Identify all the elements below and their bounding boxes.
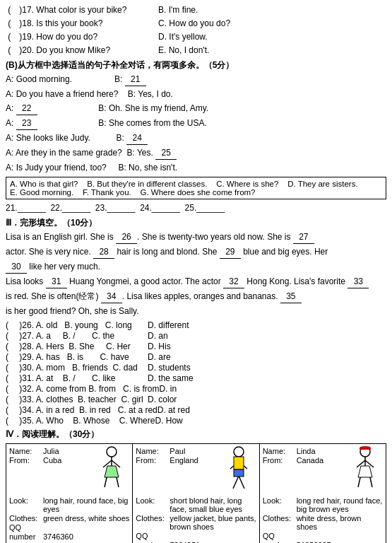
mc-27: ( )27. A. a B. / C. the D. an <box>6 331 386 341</box>
passage-line-3: 30 like her very much. <box>6 260 386 274</box>
julia-qq-label: QQ <box>9 523 43 532</box>
paul-clothes-val: yellow jacket, blue pants, brown shoes <box>170 514 256 531</box>
paul-from-val: England <box>170 456 198 465</box>
linda-qq-row: QQ <box>263 532 383 540</box>
paul-look-row: Look: short blond hair, long face, small… <box>136 496 256 513</box>
linda-image <box>348 446 383 496</box>
blank-32: 32 <box>223 275 244 288</box>
mc-18-question: )18. Is this your book? <box>17 17 158 30</box>
julia-image <box>94 446 129 496</box>
svg-line-13 <box>233 476 239 489</box>
mc-17-answer: B. I'm fine. <box>158 4 386 16</box>
linda-name-val: Linda <box>297 447 324 455</box>
mc-32-opts: )32. A. come from B. from C. is from <box>17 384 159 394</box>
linda-from-val: Canada <box>297 456 324 465</box>
dialogue-6: A: Are they in the same grade? B: Yes. 2… <box>6 146 386 160</box>
blank-21: 21 <box>125 73 146 86</box>
passage-line-1: Lisa is an English girl. She is 26. She … <box>6 230 386 244</box>
julia-look-label: Look: <box>9 496 43 505</box>
linda-qq-label: QQ <box>263 532 297 540</box>
julia-qq-num-row: number 3746360 <box>9 532 129 541</box>
blank-27: 27 <box>293 230 314 244</box>
blank-35: 35 <box>280 290 302 303</box>
dialogue-2: A: Do you have a friend here? B: Yes, I … <box>6 88 386 100</box>
paren-20: ( <box>6 44 17 57</box>
mc-32: ( )32. A. come from B. from C. is from D… <box>6 384 386 394</box>
julia-clothes-label: Clothes: <box>9 514 43 522</box>
blank-26: 26 <box>116 230 137 244</box>
mc-line-17: ( )17. What color is your bike? B. I'm f… <box>6 4 386 16</box>
paul-qq-label: QQ <box>136 532 170 540</box>
option-row-1: A. Who is that girl? B. But they're in d… <box>10 180 382 188</box>
julia-from-label: From: <box>9 456 43 465</box>
mc-20-question: )20. Do you know Mike? <box>17 44 158 57</box>
blank-23: 23 <box>16 117 37 130</box>
linda-card: Name: Linda From: Canada <box>259 444 386 543</box>
blank-33: 33 <box>348 275 369 288</box>
julia-clothes-row: Clothes: green dress, white shoes <box>9 514 129 522</box>
paul-qq-row: QQ <box>136 532 256 540</box>
mc-section-17-20: ( )17. What color is your bike? B. I'm f… <box>6 4 386 57</box>
mc-line-20: ( )20. Do you know Mike? E. No, I don't. <box>6 44 386 57</box>
julia-qq-row: QQ <box>9 523 129 532</box>
paul-info: Name: Paul From: England <box>136 446 198 496</box>
paul-name-val: Paul <box>170 447 198 455</box>
julia-name-row: Name: Julia <box>9 447 61 455</box>
linda-clothes-row: Clothes: white dress, brown shoes <box>263 514 383 531</box>
linda-info: Name: Linda From: Canada <box>263 446 324 496</box>
mc-33-opts: )33. A. clothes B. teacher C. girl <box>17 395 148 404</box>
mc-31: ( )31. A. at B. / C. like D. the same <box>6 373 386 383</box>
passage-line-5: is red. She is often(经常) 34. Lisa likes … <box>6 290 386 303</box>
part3-section: Ⅲ．完形填空。（10分） Lisa is an English girl. Sh… <box>6 217 386 317</box>
mc-34-opts: )34. A. in a red B. in red C. at a red <box>17 405 158 415</box>
paul-from-row: From: England <box>136 456 198 465</box>
options-box: A. Who is that girl? B. But they're in d… <box>6 177 386 199</box>
blank-31: 31 <box>46 275 67 288</box>
mc-35: ( )35. A. Who B. Whose C. Where D. How <box>6 416 386 426</box>
julia-qq-num-label: number <box>9 532 43 541</box>
linda-card-top: Name: Linda From: Canada <box>263 446 383 496</box>
dialogue-5: A: She looks like Judy. B: 24 <box>6 132 386 145</box>
mc-34: ( )34. A. in a red B. in red C. at a red… <box>6 405 386 415</box>
passage-line-4: Lisa looks 31 Huang Yongmei, a good acto… <box>6 275 386 288</box>
julia-clothes-val: green dress, white shoes <box>43 514 129 522</box>
mc-20-answer: E. No, I don't. <box>158 44 386 57</box>
svg-marker-8 <box>105 466 119 477</box>
svg-rect-15 <box>234 457 244 469</box>
mc-31-opts: )31. A. at B. / C. like <box>17 373 148 383</box>
paul-name-row: Name: Paul <box>136 447 198 455</box>
paul-card-top: Name: Paul From: England <box>136 446 256 496</box>
part3-title: Ⅲ．完形填空。（10分） <box>6 217 386 229</box>
mc-26: ( )26. A. old B. young C. long D. differ… <box>6 320 386 330</box>
dialogue-3: A: 22 B: Oh. She is my friend, Amy. <box>6 102 386 115</box>
paren-19: ( <box>6 30 17 43</box>
part-b-section: (B)从方框中选择适当的句子补全对话，有两项多余。（5分） A: Good mo… <box>6 59 386 174</box>
blank-34: 34 <box>101 290 122 303</box>
julia-qq-num-val: 3746360 <box>43 532 129 541</box>
paul-name-label: Name: <box>136 447 170 455</box>
paul-image <box>221 446 256 496</box>
paren-18: ( <box>6 17 17 30</box>
linda-name-label: Name: <box>263 447 297 455</box>
dialogue-7: A: Is Judy your friend, too? B: No, she … <box>6 161 386 174</box>
mc-28-opts: )28. A. Hers B. She C. Her <box>17 341 148 351</box>
svg-point-0 <box>107 447 117 457</box>
linda-look-label: Look: <box>263 496 297 505</box>
mc-30: ( )30. A. mom B. friends C. dad D. stude… <box>6 363 386 373</box>
paul-clothes-label: Clothes: <box>136 514 170 522</box>
julia-name-val: Julia <box>43 447 61 455</box>
linda-from-label: From: <box>263 456 297 465</box>
part4-title: Ⅳ．阅读理解。（30分） <box>6 428 386 440</box>
passage-line-2: actor. She is very nice. 28 hair is long… <box>6 245 386 259</box>
option-row-2: E. Good morning. F. Thank you. G. Where … <box>10 188 382 197</box>
linda-clothes-label: Clothes: <box>263 514 297 522</box>
linda-from-row: From: Canada <box>263 456 324 465</box>
answer-blanks-21-25: 21.______ 22.______ 23.______ 24.______ … <box>6 202 386 215</box>
blank-28: 28 <box>93 245 114 259</box>
blank-22: 22 <box>16 102 37 115</box>
blank-30: 30 <box>6 260 27 274</box>
mc-33: ( )33. A. clothes B. teacher C. girl D. … <box>6 395 386 404</box>
passage-line-6: is her good friend? Oh, she is Sally. <box>6 305 386 317</box>
svg-marker-25 <box>358 466 372 477</box>
blank-25: 25 <box>155 146 177 160</box>
